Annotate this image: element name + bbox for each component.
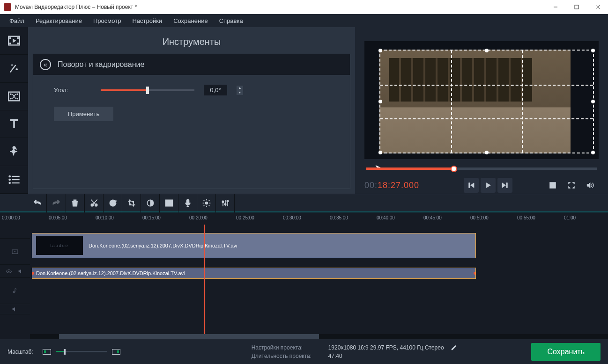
spinner-down-icon[interactable]: ▼ (237, 90, 243, 95)
prev-frame-button[interactable] (464, 178, 479, 193)
menu-file[interactable]: Файл (4, 15, 30, 26)
minimize-button[interactable] (545, 0, 566, 14)
zoom-label: Масштаб: (7, 349, 33, 355)
rotate-button[interactable] (104, 194, 122, 212)
track-body[interactable]: taodue Don.Korleone.(02.seriya.iz.12).20… (30, 225, 608, 334)
timeline-scrollbar[interactable] (30, 334, 608, 339)
eye-icon[interactable] (5, 268, 13, 275)
proj-settings-value: 1920x1080 16:9 29.97 FPS, 44100 Гц Стере… (328, 344, 444, 351)
maximize-button[interactable] (566, 0, 587, 14)
menu-help[interactable]: Справка (214, 15, 249, 26)
sidebar-filters[interactable] (0, 55, 28, 82)
svg-point-16 (8, 175, 10, 177)
sidebar-transitions[interactable] (0, 83, 28, 110)
crop-handle-bc[interactable] (485, 151, 489, 154)
menu-edit[interactable]: Редактирование (30, 15, 88, 26)
statusbar: Масштаб: Настройки проекта: 1920x1080 16… (0, 339, 608, 364)
angle-value[interactable]: 0,0° (204, 85, 227, 95)
timecode: 00:18:27.000 (364, 180, 419, 190)
clip-label: Don.Korleone.(02.seriya.iz.12).2007.DivX… (36, 270, 185, 276)
color-button[interactable] (141, 194, 160, 212)
crop-handle-br[interactable] (591, 151, 595, 154)
sidebar-more[interactable] (0, 166, 28, 194)
svg-point-18 (8, 179, 10, 181)
audio-clip[interactable]: Don.Korleone.(02.seriya.iz.12).2007.DivX… (32, 268, 476, 279)
delete-button[interactable] (66, 194, 84, 212)
svg-marker-24 (486, 182, 490, 188)
sidebar-effects[interactable] (0, 138, 28, 166)
music-track-icon (11, 287, 19, 295)
cut-button[interactable] (85, 194, 104, 212)
menu-settings[interactable]: Настройки (126, 15, 168, 26)
angle-label: Угол: (54, 87, 91, 94)
back-icon[interactable]: « (40, 59, 51, 70)
proj-settings-label: Настройки проекта: (252, 344, 322, 351)
redo-button[interactable] (47, 194, 66, 212)
video-track-icon (11, 248, 19, 255)
preview-panel: ➤ 00:18:27.000 (355, 27, 608, 194)
tool-body: Угол: 0,0° ▲▼ Применить (33, 75, 350, 189)
apply-button[interactable]: Применить (54, 107, 113, 121)
ruler-tick: 00:25:00 (236, 215, 254, 220)
equalizer-button[interactable] (216, 194, 235, 212)
save-button[interactable]: Сохранить (531, 343, 601, 361)
crop-handle-mr[interactable] (591, 100, 595, 103)
svg-marker-9 (13, 39, 15, 43)
crop-handle-bl[interactable] (378, 151, 382, 154)
seek-thumb[interactable] (451, 166, 457, 172)
crop-handle-tr[interactable] (591, 49, 595, 52)
menu-view[interactable]: Просмотр (88, 15, 126, 26)
sidebar-titles[interactable] (0, 110, 28, 138)
speaker-icon[interactable] (11, 306, 19, 313)
zoom-slider-thumb[interactable] (64, 349, 66, 355)
image-button[interactable] (160, 194, 178, 212)
next-frame-button[interactable] (497, 178, 512, 193)
fullscreen-button[interactable] (563, 177, 580, 194)
svg-point-12 (10, 98, 11, 99)
ruler-tick: 00:55:00 (517, 215, 535, 220)
video-clip[interactable]: taodue Don.Korleone.(02.seriya.iz.12).20… (32, 233, 476, 258)
svg-rect-7 (17, 37, 18, 38)
speaker-icon[interactable] (17, 268, 25, 275)
zoom-in-icon[interactable] (112, 349, 120, 355)
angle-spinner[interactable]: ▲▼ (237, 86, 243, 95)
detach-button[interactable] (544, 177, 561, 194)
zoom-out-icon[interactable] (43, 349, 51, 355)
mic-button[interactable] (178, 194, 197, 212)
svg-rect-22 (469, 182, 470, 188)
sidebar-media[interactable] (0, 27, 28, 55)
zoom-slider[interactable] (56, 351, 107, 352)
edit-icon[interactable] (451, 344, 457, 351)
crop-handle-ml[interactable] (378, 100, 382, 103)
crop-handle-tc[interactable] (485, 49, 489, 52)
play-button[interactable] (481, 178, 496, 193)
svg-rect-25 (506, 182, 507, 188)
spinner-up-icon[interactable]: ▲ (237, 86, 243, 90)
scrollbar-thumb[interactable] (59, 334, 319, 339)
seek-bar[interactable] (366, 167, 597, 170)
angle-slider[interactable] (101, 89, 194, 91)
menubar: Файл Редактирование Просмотр Настройки С… (0, 14, 608, 27)
svg-marker-23 (471, 182, 475, 188)
undo-button[interactable] (28, 194, 47, 212)
playhead[interactable] (204, 225, 205, 334)
ruler-tick: 00:30:00 (283, 215, 301, 220)
crop-handle-tl[interactable] (378, 49, 382, 52)
settings-button[interactable] (197, 194, 216, 212)
time-ruler[interactable]: 00:00:0000:05:0000:10:0000:15:0000:20:00… (0, 212, 608, 225)
panel-title: Инструменты (33, 32, 350, 54)
svg-point-42 (8, 270, 10, 272)
menu-save[interactable]: Сохранение (168, 15, 214, 26)
svg-marker-28 (587, 182, 590, 188)
sidebar (0, 27, 28, 194)
track-headers (0, 225, 30, 334)
clip-thumbnail: taodue (36, 236, 83, 255)
crop-frame[interactable] (379, 50, 594, 153)
preview-canvas[interactable]: ➤ (364, 41, 599, 159)
svg-point-11 (10, 94, 11, 95)
angle-slider-thumb[interactable] (146, 87, 149, 94)
crop-button[interactable] (122, 194, 141, 212)
tool-name: Поворот и кадрирование (58, 60, 144, 69)
close-button[interactable] (587, 0, 608, 14)
volume-button[interactable] (582, 177, 599, 194)
